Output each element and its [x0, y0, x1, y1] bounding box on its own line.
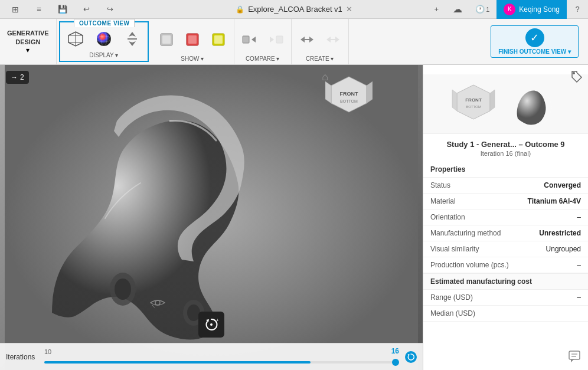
- svg-rect-14: [214, 35, 223, 44]
- thumbnail-model: [503, 80, 562, 127]
- svg-marker-43: [571, 359, 574, 362]
- display-arrows-button[interactable]: [119, 27, 145, 51]
- save-icon: 💾: [58, 5, 67, 14]
- chat-button[interactable]: [568, 350, 581, 365]
- clock-button[interactable]: 🕐 1: [468, 0, 496, 19]
- svg-text:+: +: [216, 317, 219, 323]
- cost-median-row: Median (USD): [423, 306, 588, 322]
- add-tab-button[interactable]: +: [426, 0, 447, 19]
- show-red-button[interactable]: [179, 28, 205, 51]
- property-row-orientation: Orientation –: [423, 209, 588, 225]
- title-center: 🔒 Explore_ALCOA Bracket v1 ✕: [236, 5, 352, 14]
- properties-header: Properties: [423, 162, 588, 178]
- svg-rect-17: [276, 36, 283, 43]
- material-label: Material: [430, 197, 456, 205]
- svg-text:BOTTOM: BOTTOM: [466, 105, 481, 109]
- compare-section: COMPARE ▾: [234, 19, 292, 64]
- create-right-button[interactable]: [320, 28, 346, 51]
- svg-marker-41: [452, 90, 457, 111]
- create-section: CREATE ▾: [292, 19, 349, 64]
- undo-button[interactable]: ↩: [76, 0, 97, 19]
- property-row-material: Material Titanium 6Al-4V: [423, 194, 588, 209]
- tag-button[interactable]: [570, 70, 583, 85]
- svg-rect-10: [162, 35, 171, 44]
- gen-design-arrow: ▾: [26, 46, 30, 54]
- median-label: Median (USD): [430, 309, 475, 317]
- compare-left-button[interactable]: [237, 28, 263, 51]
- compare-left-icon: [240, 30, 259, 49]
- svg-marker-30: [325, 81, 331, 103]
- iter-num-right: 16: [391, 347, 399, 355]
- property-row-production-volume: Production volume (pcs.) –: [423, 257, 588, 273]
- iterations-bar: Iterations 10 16: [0, 343, 423, 370]
- iterations-label: Iterations: [6, 353, 38, 361]
- iter-slider[interactable]: [44, 361, 399, 364]
- display-label[interactable]: DISPLAY ▾: [89, 51, 118, 61]
- iter-fill: [44, 361, 311, 364]
- checkmark-icon: ✓: [525, 28, 544, 47]
- clock-icon: 🕐: [475, 5, 485, 14]
- nav-cube[interactable]: FRONT BOTTOM: [325, 71, 373, 126]
- plus-icon: +: [434, 5, 439, 14]
- iteration-badge: → 2: [6, 71, 29, 84]
- range-label: Range (USD): [430, 293, 473, 302]
- viewport[interactable]: → 2 ⌂ FRONT BOTTOM: [0, 65, 423, 370]
- window-title: Explore_ALCOA Bracket v1: [248, 5, 342, 14]
- cloud-button[interactable]: ☁: [447, 0, 468, 19]
- panel-subtitle: Iteration 16 (final): [423, 150, 588, 162]
- svg-marker-18: [270, 37, 274, 42]
- svg-point-33: [210, 323, 213, 326]
- status-value: Converged: [544, 181, 581, 189]
- title-bar-right: + ☁ 🕐 1 K Keqing Song ?: [426, 0, 588, 18]
- finish-label: FINISH OUTCOME VIEW ▾: [498, 48, 571, 55]
- camera-button[interactable]: [150, 297, 273, 311]
- finish-outcome-view-button[interactable]: ✓ FINISH OUTCOME VIEW ▾: [491, 25, 579, 58]
- gen-design-label: GENERATIVEDESIGN: [7, 29, 49, 46]
- menu-button[interactable]: ≡: [28, 0, 50, 19]
- material-value: Titanium 6Al-4V: [528, 197, 581, 205]
- svg-marker-20: [326, 37, 339, 42]
- show-yellow-button[interactable]: [205, 28, 231, 51]
- display-cube-button[interactable]: [63, 27, 89, 51]
- mfg-method-label: Manufacturing method: [430, 229, 501, 237]
- production-volume-value: –: [577, 261, 581, 269]
- svg-point-31: [155, 300, 160, 305]
- show-section: SHOW ▾: [151, 19, 234, 64]
- range-value: –: [577, 293, 581, 302]
- status-label: Status: [430, 181, 450, 189]
- title-bar: ⊞ ≡ 💾 ↩ ↪ 🔒 Explore_ALCOA Bracket v1 ✕ +…: [0, 0, 588, 19]
- close-tab-icon[interactable]: ✕: [346, 5, 352, 14]
- display-section: DISPLAY ▾: [59, 21, 149, 62]
- save-button[interactable]: 💾: [52, 0, 73, 19]
- create-left-button[interactable]: [294, 28, 320, 51]
- reset-view-button[interactable]: +: [198, 312, 224, 338]
- compare-label[interactable]: COMPARE ▾: [246, 55, 280, 64]
- visual-similarity-value: Ungrouped: [546, 245, 581, 253]
- create-label[interactable]: CREATE ▾: [306, 55, 334, 64]
- outcome-view-badge: OUTCOME VIEW: [74, 19, 135, 27]
- show-cube-button[interactable]: [153, 28, 179, 51]
- svg-marker-29: [367, 81, 373, 103]
- user-button[interactable]: K Keqing Song: [496, 0, 567, 19]
- app-grid-button[interactable]: ⊞: [5, 0, 26, 19]
- svg-rect-15: [243, 36, 249, 43]
- lock-icon: 🔒: [236, 5, 244, 14]
- redo-icon: ↪: [107, 5, 113, 14]
- visual-similarity-label: Visual similarity: [430, 245, 479, 253]
- color-sphere-icon: [94, 30, 113, 48]
- help-button[interactable]: ?: [567, 0, 588, 19]
- generative-design-button[interactable]: GENERATIVEDESIGN ▾: [0, 19, 57, 64]
- toolbar: OUTCOME VIEW GENERATIVEDESIGN ▾: [0, 19, 588, 65]
- cloud-icon: ☁: [453, 4, 462, 15]
- iter-badge-num: 2: [20, 73, 24, 81]
- show-yellow-icon: [209, 30, 228, 49]
- iter-refresh-button[interactable]: [405, 351, 417, 363]
- svg-text:FRONT: FRONT: [465, 97, 482, 103]
- compare-right-button[interactable]: [263, 28, 289, 51]
- cost-range-row: Range (USD) –: [423, 290, 588, 306]
- svg-rect-12: [188, 35, 197, 44]
- production-volume-label: Production volume (pcs.): [430, 261, 509, 269]
- show-label[interactable]: SHOW ▾: [181, 55, 204, 64]
- display-color-button[interactable]: [91, 27, 117, 51]
- redo-button[interactable]: ↪: [99, 0, 120, 19]
